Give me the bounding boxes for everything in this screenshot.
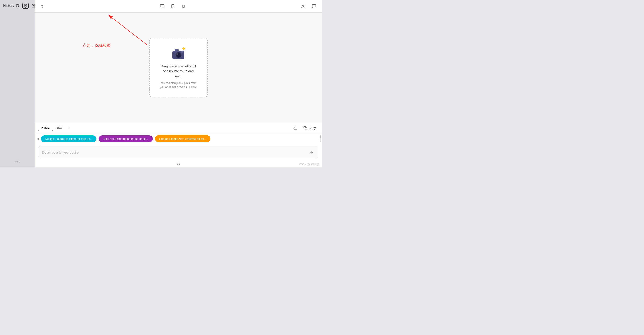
cursor-icon [41,4,45,8]
chat-icon [312,4,316,8]
svg-rect-27 [305,128,307,130]
desktop-view-btn[interactable] [158,2,166,10]
theme-toggle-btn[interactable] [299,2,307,10]
main-content: ◆ Drag a screenshot of UI or click me to… [35,0,322,168]
desktop-icon [160,4,164,8]
copy-label: Copy [308,126,316,130]
svg-line-11 [302,5,302,5]
tab-html[interactable]: HTML [38,124,52,131]
gear-icon [24,4,27,8]
chevron-down-icon[interactable] [176,162,181,166]
github-icon [16,4,20,8]
watermark: CSDN @找码玄赏 [300,163,319,166]
sidebar-header: History [0,3,35,9]
svg-rect-18 [175,49,179,52]
svg-point-7 [183,7,184,7]
upload-main-text: Drag a screenshot of UI or click me to u… [160,64,196,79]
svg-point-0 [25,5,26,6]
suggestion-pill-1[interactable]: Design a carousel slider for feature... [41,135,96,142]
copy-icon [304,126,307,130]
send-icon [310,150,314,154]
download-btn[interactable] [292,124,298,131]
scroll-track [320,135,321,142]
tabs-right: Copy [292,124,318,131]
tab-add-btn[interactable]: + [66,125,72,131]
scroll-thumb [320,135,321,138]
mobile-icon [182,4,185,8]
github-icon-btn[interactable] [14,3,20,9]
toolbar-right [299,2,318,10]
input-placeholder-text: Describe a UI you desire [42,150,308,154]
svg-text:◆: ◆ [182,46,185,50]
bottom-panel: HTML JSX + Copy [35,123,322,168]
tabs-left: HTML JSX + [38,124,72,131]
suggestion-pill-3[interactable]: Create a footer with columns for lin... [155,135,210,142]
sidebar-collapse-btn[interactable]: << [16,160,19,164]
tablet-view-btn[interactable] [169,2,177,10]
upload-sub-text: You can also just explain what you want … [160,81,196,89]
scroll-right-side [319,135,322,142]
top-toolbar [35,0,322,12]
svg-point-8 [302,5,304,7]
chevron-double-down-icon [176,162,181,166]
svg-point-21 [176,53,178,55]
toolbar-left [39,2,47,10]
sidebar-icons [14,3,37,9]
send-btn[interactable] [308,149,314,156]
svg-line-24 [112,18,148,45]
suggestions-inner: Design a carousel slider for feature... … [41,135,319,142]
sun-icon [300,4,305,8]
camera-illustration: ◆ [170,46,186,60]
settings-icon-btn[interactable] [22,3,28,9]
scroll-left-btn[interactable]: ◀ [35,135,41,143]
upload-card[interactable]: ◆ Drag a screenshot of UI or click me to… [149,38,208,97]
download-icon [293,126,297,130]
sidebar-title: History [3,4,14,8]
svg-point-5 [173,7,173,8]
tablet-icon [171,4,175,8]
input-box[interactable]: Describe a UI you desire [38,146,318,158]
tabs-row: HTML JSX + Copy [35,123,322,133]
chat-btn[interactable] [310,2,318,10]
suggestion-pill-2[interactable]: Build a timeline component for dis... [98,135,153,142]
input-row: Describe a UI you desire [35,144,322,162]
mobile-view-btn[interactable] [180,2,188,10]
camera-icon-wrapper: ◆ [170,46,186,60]
canvas-area: ◆ Drag a screenshot of UI or click me to… [35,12,322,123]
svg-rect-22 [181,51,183,52]
chevron-down-row [35,162,322,168]
sidebar: History < [0,0,35,168]
svg-rect-1 [160,4,164,7]
annotation-text: 点击，选择模型 [83,43,111,48]
suggestions-row: ◀ Design a carousel slider for feature..… [35,133,322,144]
cursor-tool-btn[interactable] [39,2,47,10]
tab-jsx[interactable]: JSX [54,125,65,131]
copy-btn[interactable]: Copy [301,125,318,131]
toolbar-center [158,2,188,10]
